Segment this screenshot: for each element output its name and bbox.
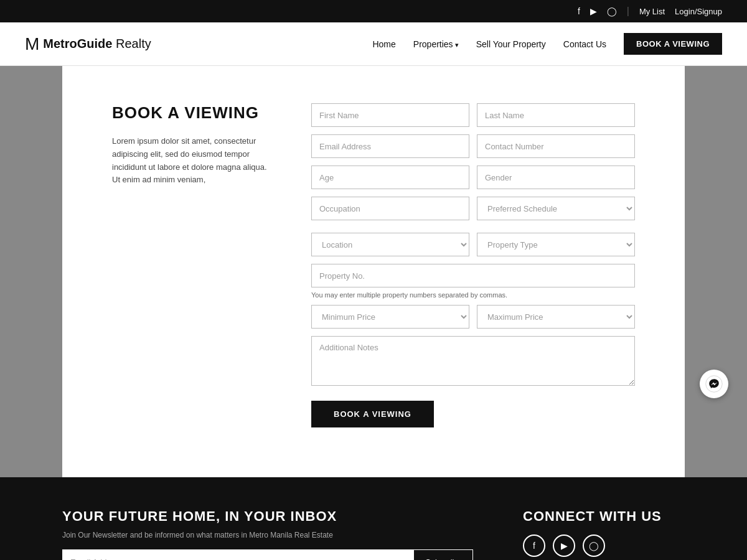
nav-home[interactable]: Home [366,37,402,52]
main-content: BOOK A VIEWING Lorem ipsum dolor sit ame… [62,66,685,477]
age-input[interactable] [311,166,469,189]
age-gender-row [311,166,635,189]
facebook-icon-top[interactable]: f [578,6,580,16]
logo[interactable]: M MetroGuide Realty [25,34,151,54]
instagram-icon-footer[interactable]: ◯ [583,534,605,557]
newsletter-section: YOUR FUTURE HOME, IN YOUR INBOX Join Our… [62,508,473,560]
my-list-link[interactable]: My List [639,7,665,16]
price-row: Minimum Price Maximum Price [311,305,635,329]
occupation-schedule-row: Preferred Schedule [311,197,635,220]
location-property-row: Location Property Type [311,233,635,256]
notes-row [311,336,635,386]
main-nav: Home Properties Sell Your Property Conta… [366,33,722,55]
location-select[interactable]: Location [311,233,469,256]
additional-notes-textarea[interactable] [311,336,635,386]
max-price-select[interactable]: Maximum Price [477,305,635,329]
name-row [311,103,635,127]
messenger-bubble[interactable] [700,370,728,398]
form-description: Lorem ipsum dolor sit amet, consectetur … [112,135,274,187]
gender-input[interactable] [477,166,635,189]
book-viewing-button[interactable]: BOOK A VIEWING [311,401,434,427]
newsletter-title: YOUR FUTURE HOME, IN YOUR INBOX [62,508,473,525]
play-icon-footer[interactable]: ▶ [553,534,575,557]
occupation-input[interactable] [311,197,469,220]
newsletter-subtitle: Join Our Newsletter and be informed on w… [62,531,473,539]
top-bar: f ▶ ◯ | My List Login/Signup [0,0,747,22]
nav-book-button[interactable]: BOOK A VIEWING [624,33,722,55]
login-signup-link[interactable]: Login/Signup [675,7,722,16]
property-no-row [311,264,635,287]
nav-contact[interactable]: Contact Us [557,37,613,52]
newsletter-email-input[interactable] [62,549,413,560]
nav-properties[interactable]: Properties [407,37,465,52]
header: M MetroGuide Realty Home Properties Sell… [0,22,747,66]
property-no-input[interactable] [311,264,635,287]
last-name-input[interactable] [477,103,635,127]
subscribe-button[interactable]: Subscribe [413,549,473,560]
connect-title: CONNECT WITH US [523,508,685,525]
form-section: BOOK A VIEWING Lorem ipsum dolor sit ame… [112,103,635,427]
play-icon-top[interactable]: ▶ [590,6,597,16]
footer: YOUR FUTURE HOME, IN YOUR INBOX Join Our… [0,477,747,560]
nav-sell[interactable]: Sell Your Property [470,37,552,52]
instagram-icon-top[interactable]: ◯ [607,6,617,16]
form-left: BOOK A VIEWING Lorem ipsum dolor sit ame… [112,103,274,187]
email-contact-row [311,134,635,158]
newsletter-form: Subscribe [62,549,473,560]
min-price-select[interactable]: Minimum Price [311,305,469,329]
svg-point-0 [706,376,722,392]
divider: | [627,6,629,17]
form-title: BOOK A VIEWING [112,103,274,123]
social-icons: f ▶ ◯ [523,534,685,557]
footer-top: YOUR FUTURE HOME, IN YOUR INBOX Join Our… [62,508,685,560]
schedule-select[interactable]: Preferred Schedule [477,197,635,220]
form-right: Preferred Schedule Location Property Typ… [311,103,635,427]
contact-input[interactable] [477,134,635,158]
facebook-icon-footer[interactable]: f [523,534,545,557]
email-input[interactable] [311,134,469,158]
first-name-input[interactable] [311,103,469,127]
property-type-select[interactable]: Property Type [477,233,635,256]
logo-text: MetroGuide Realty [43,37,151,51]
property-helper-text: You may enter multiple property numbers … [311,291,635,299]
logo-icon: M [25,34,38,54]
connect-section: CONNECT WITH US f ▶ ◯ [523,508,685,560]
